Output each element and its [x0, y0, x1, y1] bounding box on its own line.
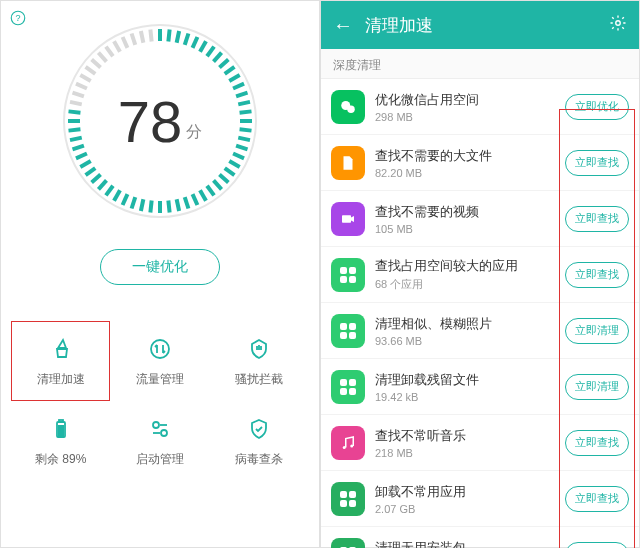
clean-boost-screen: ← 清理加速 深度清理 优化微信占用空间298 MB立即优化查找不需要的大文件8…	[320, 0, 640, 548]
svg-rect-74	[342, 215, 351, 223]
list-item[interactable]: 卸载不常用应用2.07 GB立即查找	[321, 471, 639, 527]
item-text: 清理无用安装包10.29 MB	[375, 539, 565, 549]
score-value: 78	[118, 88, 183, 155]
svg-point-69	[161, 430, 167, 436]
action-button[interactable]: 立即查找	[565, 486, 629, 512]
action-button[interactable]: 立即查找	[565, 262, 629, 288]
item-subtitle: 68 个应用	[375, 277, 565, 292]
svg-rect-66	[58, 425, 64, 436]
feature-virus-scan[interactable]: 病毒查杀	[210, 401, 309, 481]
feature-label: 启动管理	[136, 451, 184, 468]
item-title: 查找不需要的视频	[375, 203, 565, 221]
list-item[interactable]: 查找不常听音乐218 MB立即查找	[321, 415, 639, 471]
item-text: 清理卸载残留文件19.42 kB	[375, 371, 565, 403]
list-item[interactable]: 查找占用空间较大的应用68 个应用立即查找	[321, 247, 639, 303]
battery-icon	[47, 415, 75, 443]
svg-rect-65	[59, 420, 63, 422]
optimize-button[interactable]: 一键优化	[100, 249, 220, 285]
header-bar: ← 清理加速	[321, 1, 639, 49]
main-screen: ? (function(){ var g=document.currentScr…	[0, 0, 320, 548]
app-icon	[331, 482, 365, 516]
item-subtitle: 93.66 MB	[375, 335, 565, 347]
item-title: 卸载不常用应用	[375, 483, 565, 501]
item-subtitle: 218 MB	[375, 447, 565, 459]
item-subtitle: 82.20 MB	[375, 167, 565, 179]
item-subtitle: 2.07 GB	[375, 503, 565, 515]
toggles-icon	[146, 415, 174, 443]
app-icon	[331, 370, 365, 404]
action-button[interactable]: 立即查找	[565, 206, 629, 232]
item-text: 查找不需要的视频105 MB	[375, 203, 565, 235]
swap-icon	[146, 335, 174, 363]
feature-label: 流量管理	[136, 371, 184, 388]
item-title: 查找不常听音乐	[375, 427, 565, 445]
feature-clean-boost[interactable]: 清理加速	[11, 321, 110, 401]
item-text: 查找不需要的大文件82.20 MB	[375, 147, 565, 179]
item-title: 优化微信占用空间	[375, 91, 565, 109]
feature-grid: 清理加速 流量管理 骚扰拦截 剩余 89% 启动管理 病毒查杀	[1, 321, 319, 481]
shield-icon	[245, 415, 273, 443]
action-button[interactable]: 立即清理	[565, 374, 629, 400]
svg-point-73	[347, 105, 355, 113]
svg-point-76	[350, 444, 353, 447]
back-icon[interactable]: ←	[333, 14, 353, 37]
item-title: 查找占用空间较大的应用	[375, 257, 565, 275]
svg-point-71	[616, 20, 621, 25]
hand-icon	[245, 335, 273, 363]
item-text: 清理相似、模糊照片93.66 MB	[375, 315, 565, 347]
feature-battery[interactable]: 剩余 89%	[11, 401, 110, 481]
item-subtitle: 105 MB	[375, 223, 565, 235]
list-item[interactable]: 清理相似、模糊照片93.66 MB立即清理	[321, 303, 639, 359]
feature-label: 剩余 89%	[35, 451, 86, 468]
gear-icon[interactable]	[609, 14, 627, 37]
feature-label: 清理加速	[37, 371, 85, 388]
item-title: 清理无用安装包	[375, 539, 565, 549]
item-title: 查找不需要的大文件	[375, 147, 565, 165]
app-icon	[331, 90, 365, 124]
svg-point-75	[343, 446, 346, 449]
app-icon	[331, 314, 365, 348]
list-item[interactable]: 清理无用安装包10.29 MB立即清理	[321, 527, 639, 548]
svg-point-67	[153, 422, 159, 428]
broom-icon	[47, 335, 75, 363]
svg-text:?: ?	[15, 13, 20, 23]
item-subtitle: 19.42 kB	[375, 391, 565, 403]
item-text: 优化微信占用空间298 MB	[375, 91, 565, 123]
action-button[interactable]: 立即清理	[565, 542, 629, 549]
feature-harassment-block[interactable]: 骚扰拦截	[210, 321, 309, 401]
app-icon	[331, 202, 365, 236]
app-icon	[331, 538, 365, 549]
feature-data-usage[interactable]: 流量管理	[110, 321, 209, 401]
app-icon	[331, 426, 365, 460]
deep-clean-list: 优化微信占用空间298 MB立即优化查找不需要的大文件82.20 MB立即查找查…	[321, 79, 639, 548]
list-item[interactable]: 优化微信占用空间298 MB立即优化	[321, 79, 639, 135]
section-title: 深度清理	[321, 49, 639, 79]
feature-label: 病毒查杀	[235, 451, 283, 468]
action-button[interactable]: 立即查找	[565, 150, 629, 176]
page-title: 清理加速	[365, 14, 609, 37]
item-text: 查找占用空间较大的应用68 个应用	[375, 257, 565, 292]
svg-point-63	[151, 340, 169, 358]
action-button[interactable]: 立即查找	[565, 430, 629, 456]
item-text: 查找不常听音乐218 MB	[375, 427, 565, 459]
action-button[interactable]: 立即清理	[565, 318, 629, 344]
item-title: 清理相似、模糊照片	[375, 315, 565, 333]
item-title: 清理卸载残留文件	[375, 371, 565, 389]
app-icon	[331, 258, 365, 292]
item-subtitle: 298 MB	[375, 111, 565, 123]
list-item[interactable]: 查找不需要的大文件82.20 MB立即查找	[321, 135, 639, 191]
action-button[interactable]: 立即优化	[565, 94, 629, 120]
help-icon[interactable]: ?	[9, 9, 27, 32]
feature-startup-manage[interactable]: 启动管理	[110, 401, 209, 481]
app-icon	[331, 146, 365, 180]
feature-label: 骚扰拦截	[235, 371, 283, 388]
score-suffix: 分	[186, 122, 202, 143]
item-text: 卸载不常用应用2.07 GB	[375, 483, 565, 515]
list-item[interactable]: 查找不需要的视频105 MB立即查找	[321, 191, 639, 247]
list-item[interactable]: 清理卸载残留文件19.42 kB立即清理	[321, 359, 639, 415]
score-dial: (function(){ var g=document.currentScrip…	[1, 11, 319, 231]
